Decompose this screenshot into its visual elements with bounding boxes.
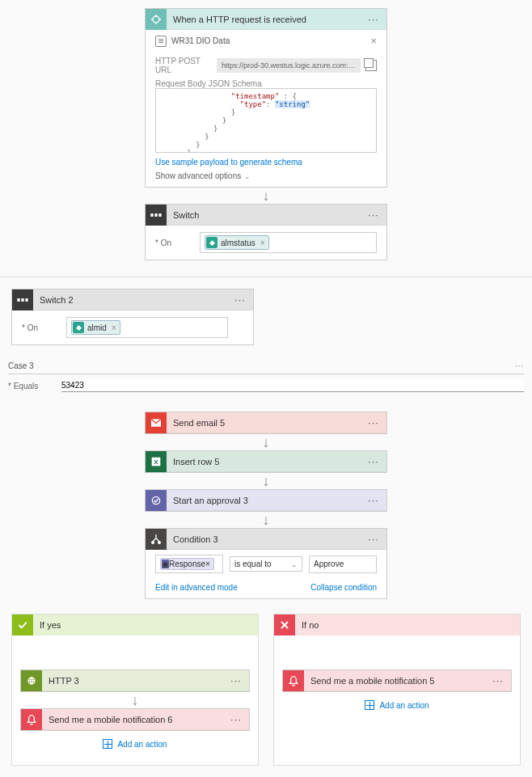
http-icon <box>21 670 42 691</box>
svg-rect-9 <box>21 298 23 302</box>
condition-title: Condition 3 <box>167 534 365 544</box>
switch2-on-label: On <box>22 323 66 332</box>
add-action-no[interactable]: Add an action <box>282 692 512 718</box>
globe-icon <box>146 9 167 30</box>
switch-card: Switch ··· On ◆ almstatus × <box>145 204 387 260</box>
approval-title: Start an approval 3 <box>167 496 365 505</box>
switch-on-label: On <box>155 239 200 247</box>
notification5-card[interactable]: Send me a mobile notification 5 ··· <box>282 669 512 692</box>
add-icon <box>365 700 374 710</box>
switch2-on-field[interactable]: ◆ almid × <box>66 317 228 338</box>
arrow-icon: ↓ <box>145 473 387 489</box>
copy-icon[interactable] <box>365 60 377 71</box>
arrow-icon: ↓ <box>145 512 387 528</box>
add-icon <box>103 739 112 749</box>
svg-text:X: X <box>154 458 158 466</box>
arrow-icon: ↓ <box>145 434 387 450</box>
condition-card: Condition 3 ··· ◉ Response × is equal to… <box>145 528 387 599</box>
trigger-title: When a HTTP request is received <box>167 15 365 24</box>
svg-point-14 <box>152 496 159 504</box>
http-trigger-header[interactable]: When a HTTP request is received ··· <box>146 9 386 30</box>
switch-on-field[interactable]: ◆ almstatus × <box>200 232 377 253</box>
edit-advanced-link[interactable]: Edit in advanced mode <box>155 583 238 592</box>
insert-row-menu-icon[interactable]: ··· <box>365 455 382 467</box>
switch2-header[interactable]: Switch 2 ··· <box>12 289 253 310</box>
arrow-icon: ↓ <box>0 774 532 777</box>
schema-editor[interactable]: "timestamp" : { "type": "string" } } } }… <box>155 88 377 153</box>
condition-icon <box>146 529 167 550</box>
add-action-yes[interactable]: Add an action <box>20 731 250 757</box>
http3-menu-icon[interactable]: ··· <box>228 674 244 686</box>
svg-rect-7 <box>158 213 161 217</box>
equals-label: Equals <box>8 382 57 391</box>
svg-rect-5 <box>150 213 153 217</box>
http3-title: HTTP 3 <box>42 676 228 686</box>
switch-icon <box>12 289 33 310</box>
schema-label: Request Body JSON Schema <box>155 79 377 88</box>
condition-operator-select[interactable]: is equal to⌄ <box>230 556 302 572</box>
if-no-header: If no <box>274 614 520 636</box>
send-email-title: Send email 5 <box>167 418 365 428</box>
arrow-icon: ↓ <box>145 188 387 204</box>
excel-icon: X <box>146 451 167 472</box>
condition-header[interactable]: Condition 3 ··· <box>146 529 386 550</box>
case-menu-icon[interactable]: ··· <box>515 361 524 370</box>
svg-point-0 <box>153 16 159 23</box>
case-header[interactable]: Case 3 ··· <box>8 358 524 374</box>
token-icon: ◆ <box>73 322 84 333</box>
switch-icon <box>146 205 167 226</box>
gmail-icon <box>146 412 167 433</box>
approval-card[interactable]: Start an approval 3 ··· <box>145 489 387 512</box>
almstatus-token[interactable]: ◆ almstatus × <box>205 235 269 250</box>
bell-icon <box>21 709 42 730</box>
url-value: https://prod-30.westus.logic.azure.com:4… <box>217 58 361 73</box>
token-icon: ◆ <box>206 237 217 248</box>
chevron-down-icon: ⌄ <box>291 560 298 568</box>
switch2-card: Switch 2 ··· On ◆ almid × <box>11 289 254 345</box>
trigger-inner-header: WR31 DIO Data × <box>146 30 386 52</box>
trigger-menu-icon[interactable]: ··· <box>365 13 382 25</box>
response-token[interactable]: ◉ Response × <box>160 558 214 570</box>
notification6-menu-icon[interactable]: ··· <box>228 713 244 725</box>
notification6-title: Send me a mobile notification 6 <box>42 715 228 724</box>
svg-point-15 <box>152 541 154 543</box>
notification6-card[interactable]: Send me a mobile notification 6 ··· <box>20 708 250 731</box>
if-no-label: If no <box>295 620 319 630</box>
close-icon[interactable]: × <box>370 35 377 47</box>
if-yes-header: If yes <box>12 614 258 636</box>
check-icon <box>12 614 33 636</box>
send-email-card[interactable]: Send email 5 ··· <box>145 412 387 434</box>
switch-menu-icon[interactable]: ··· <box>365 209 382 221</box>
advanced-options-link[interactable]: Show advanced options⌄ <box>155 171 251 180</box>
bell-icon <box>283 670 304 691</box>
switch-title: Switch <box>167 210 365 220</box>
trigger-inner-title: WR31 DIO Data <box>171 36 230 45</box>
svg-rect-10 <box>25 298 27 302</box>
case-title: Case 3 <box>8 361 34 370</box>
token-remove-icon[interactable]: × <box>112 323 116 332</box>
condition-menu-icon[interactable]: ··· <box>365 533 382 545</box>
svg-rect-8 <box>17 298 19 302</box>
message-icon <box>155 36 167 47</box>
notification5-menu-icon[interactable]: ··· <box>490 674 506 686</box>
send-email-menu-icon[interactable]: ··· <box>365 416 382 429</box>
collapse-condition-link[interactable]: Collapse condition <box>310 583 377 592</box>
token-remove-icon[interactable]: × <box>260 239 265 247</box>
insert-row-card[interactable]: X Insert row 5 ··· <box>145 450 387 473</box>
token-icon: ◉ <box>162 560 169 568</box>
token-remove-icon[interactable]: × <box>205 560 210 568</box>
if-yes-branch: If yes HTTP 3 ··· ↓ <box>11 614 259 766</box>
almid-token[interactable]: ◆ almid × <box>71 320 120 335</box>
url-label: HTTP POST URL <box>155 57 212 74</box>
condition-right-field[interactable]: Approve <box>309 555 377 573</box>
switch-header[interactable]: Switch ··· <box>146 205 386 226</box>
svg-rect-6 <box>154 213 157 217</box>
svg-point-16 <box>158 541 161 543</box>
sample-payload-link[interactable]: Use sample payload to generate schema <box>155 158 302 167</box>
equals-input[interactable] <box>61 379 524 392</box>
condition-left-field[interactable]: ◉ Response × <box>155 555 223 573</box>
http3-card[interactable]: HTTP 3 ··· <box>20 669 250 692</box>
approval-menu-icon[interactable]: ··· <box>365 494 382 506</box>
http-trigger-card: When a HTTP request is received ··· WR31… <box>145 8 387 188</box>
switch2-menu-icon[interactable]: ··· <box>232 293 248 306</box>
